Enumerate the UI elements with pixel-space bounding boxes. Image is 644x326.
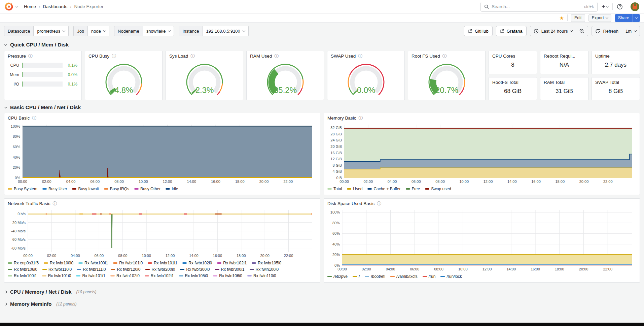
panel-title[interactable]: CPU Busy: [88, 54, 109, 59]
refresh-interval-picker[interactable]: 1m: [622, 26, 640, 36]
panel-title[interactable]: RAM Total: [544, 80, 565, 85]
panel-title[interactable]: RootFS Total: [492, 80, 518, 85]
panel-title[interactable]: CPU Basic: [8, 116, 30, 121]
legend-item[interactable]: Rx fwbr102i0: [182, 261, 212, 265]
panel-title[interactable]: RAM Used: [250, 54, 272, 59]
legend-item[interactable]: Rx fwbr105i0: [252, 261, 281, 265]
legend-item[interactable]: Swap used: [425, 187, 451, 191]
panel-title[interactable]: Reboot Requi...: [544, 54, 575, 59]
legend-item[interactable]: Rx fwln101i1: [76, 273, 105, 278]
legend-swatch: [440, 276, 445, 277]
info-icon[interactable]: ⓘ: [274, 54, 279, 58]
legend-item[interactable]: Rx fwln110i0: [247, 273, 276, 278]
info-icon[interactable]: ⓘ: [32, 116, 36, 120]
legend-item[interactable]: Busy User: [42, 187, 67, 191]
legend-item[interactable]: Rx fwbr101i1: [148, 261, 177, 265]
legend-item[interactable]: Cache + Buffer: [367, 187, 400, 191]
legend-item[interactable]: Rx fwbr300i0: [180, 267, 210, 272]
legend-item[interactable]: Rx fwbr100i1: [78, 261, 108, 265]
legend-item[interactable]: Rx fwbr111i0: [77, 267, 106, 272]
info-icon[interactable]: ⓘ: [358, 54, 362, 58]
zoom-out-button[interactable]: [576, 26, 588, 36]
legend-item[interactable]: Busy Other: [134, 187, 160, 191]
panel-title[interactable]: SWAP Total: [595, 80, 619, 85]
time-range-picker[interactable]: Last 24 hours: [530, 26, 576, 36]
legend-item[interactable]: Rx fwln106i0: [213, 273, 242, 278]
legend-item[interactable]: Rx fwbr102i1: [217, 261, 247, 265]
legend-item[interactable]: Idle: [166, 187, 178, 191]
legend-item[interactable]: Rx fwbr100i0: [44, 261, 73, 265]
panel-title[interactable]: CPU Cores: [492, 54, 515, 59]
datasource-picker[interactable]: prometheus: [33, 26, 69, 36]
breadcrumb-dashboards[interactable]: Dashboards: [43, 4, 67, 9]
share-caret-button[interactable]: [633, 14, 640, 22]
user-avatar[interactable]: [631, 2, 639, 11]
legend-item[interactable]: Rx fwln102i0: [110, 273, 140, 278]
info-icon[interactable]: ⓘ: [377, 201, 381, 206]
disk-space-chart[interactable]: 00:0002:0004:0006:0008:0010:0012:0014:00…: [324, 207, 640, 273]
info-icon[interactable]: ⓘ: [359, 116, 363, 120]
panel-title[interactable]: Memory Basic: [327, 116, 356, 121]
panel-title[interactable]: Network Traffic Basic: [8, 201, 50, 206]
refresh-button[interactable]: Refresh: [592, 26, 622, 36]
info-icon[interactable]: ⓘ: [442, 54, 447, 58]
share-button[interactable]: Share: [615, 14, 633, 22]
legend-item[interactable]: Free: [406, 187, 420, 191]
breadcrumb-home[interactable]: Home: [24, 4, 36, 9]
info-icon[interactable]: ⓘ: [112, 54, 116, 58]
legend-item[interactable]: Rx fwbr120i0: [111, 267, 140, 272]
legend-item[interactable]: Busy IRQs: [104, 187, 129, 191]
panel-title[interactable]: Disk Space Used Basic: [327, 201, 374, 206]
search-input[interactable]: Search... ctrl+k: [480, 2, 598, 12]
legend-item[interactable]: Rx fwbr106i0: [8, 267, 37, 272]
row-memory-meminfo[interactable]: Memory Meminfo (12 panels): [0, 298, 644, 310]
legend-item[interactable]: Rx fwbr101i0: [113, 261, 143, 265]
legend-item[interactable]: /etc/pve: [327, 274, 348, 279]
row-cpu-memory-net-disk[interactable]: CPU / Memory / Net / Disk (10 panels): [0, 286, 644, 298]
grafana-link-button[interactable]: Grafana: [496, 26, 527, 36]
legend-item[interactable]: /var/lib/lxcfs: [390, 274, 418, 279]
cpu-basic-chart[interactable]: 00:0002:0004:0006:0008:0010:0012:0014:00…: [4, 121, 320, 186]
legend-item[interactable]: /boot/efi: [365, 274, 385, 279]
panel-title[interactable]: Root FS Used: [412, 54, 440, 59]
legend-item[interactable]: /: [353, 274, 360, 279]
network-traffic-chart[interactable]: 00:0002:0004:0006:0008:0010:0012:0014:00…: [4, 207, 320, 260]
section-quick-cpu-mem-disk[interactable]: Quick CPU / Mem / Disk: [0, 39, 644, 50]
favorite-star-icon[interactable]: ★: [560, 15, 564, 21]
panel-title[interactable]: Uptime: [595, 54, 610, 59]
logo-caret-icon[interactable]: [15, 5, 18, 7]
job-picker[interactable]: node: [87, 26, 109, 36]
legend-item[interactable]: /run/lock: [440, 274, 462, 279]
grafana-logo-icon[interactable]: [5, 2, 13, 11]
info-icon[interactable]: ⓘ: [53, 201, 57, 206]
legend-item[interactable]: Busy Iowait: [72, 187, 99, 191]
panel-title[interactable]: Sys Load: [169, 54, 188, 59]
edit-button[interactable]: Edit: [571, 14, 585, 22]
legend-item[interactable]: Rx fwln100i0: [250, 267, 279, 272]
github-link-button[interactable]: GitHub: [464, 26, 492, 36]
legend-item[interactable]: Rx fwbr110i0: [42, 267, 72, 272]
section-basic-cpu-mem-net-disk[interactable]: Basic CPU / Mem / Net / Disk: [0, 101, 644, 113]
legend-item[interactable]: Total: [327, 187, 342, 191]
nodename-picker[interactable]: snowflake: [143, 26, 174, 36]
panel-title[interactable]: SWAP Used: [331, 54, 356, 59]
legend-item[interactable]: /run: [423, 274, 436, 279]
legend-item[interactable]: Rx fwln105i0: [179, 273, 208, 278]
new-button[interactable]: +: [601, 3, 609, 10]
network-traffic-panel: Network Traffic Basic ⓘ 00:0002:0004:000…: [4, 198, 320, 283]
legend-item[interactable]: Rx fwbr300i1: [215, 267, 245, 272]
legend-item[interactable]: Rx fwln100i1: [8, 273, 37, 278]
export-button[interactable]: Export: [588, 14, 611, 22]
info-icon[interactable]: ⓘ: [28, 54, 33, 58]
panel-title[interactable]: Pressure: [8, 54, 26, 59]
instance-picker[interactable]: 192.168.0.5:9100: [203, 26, 249, 36]
legend-item[interactable]: Rx fwln102i1: [145, 273, 174, 278]
legend-item[interactable]: Rx enp0s31f6: [8, 261, 39, 265]
help-button[interactable]: [616, 4, 623, 10]
legend-item[interactable]: Busy System: [8, 187, 37, 191]
legend-item[interactable]: Rx fwbr200i0: [145, 267, 175, 272]
legend-item[interactable]: Used: [347, 187, 362, 191]
info-icon[interactable]: ⓘ: [190, 54, 195, 58]
memory-basic-chart[interactable]: 00:0002:0004:0006:0008:0010:0012:0014:00…: [324, 121, 640, 186]
legend-item[interactable]: Rx fwln101i0: [42, 273, 71, 278]
